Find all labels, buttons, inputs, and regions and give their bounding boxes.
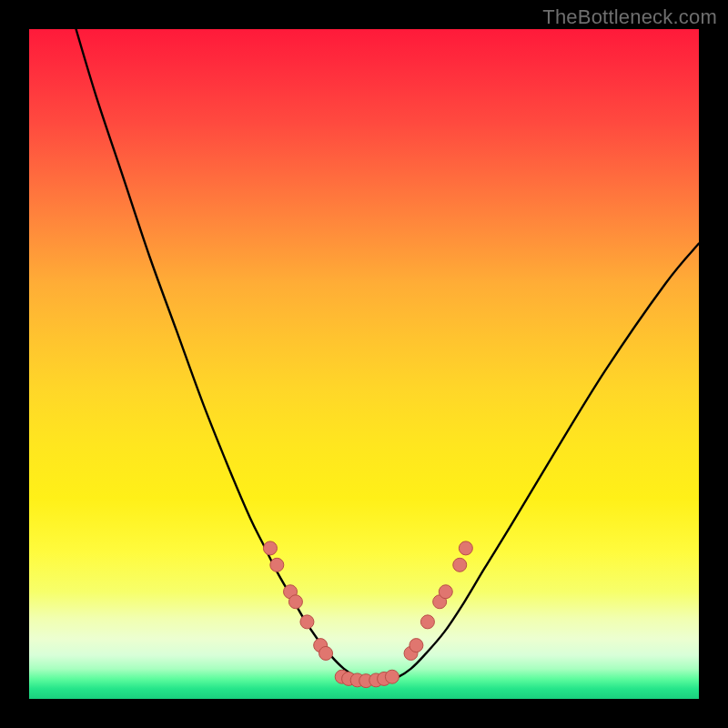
curve-layer — [29, 29, 699, 699]
curve-markers — [263, 541, 472, 688]
curve-marker — [288, 595, 302, 609]
plot-area — [29, 29, 699, 699]
curve-marker — [453, 558, 467, 571]
curve-marker — [300, 615, 314, 629]
curve-marker — [410, 639, 423, 652]
curve-marker — [439, 585, 452, 599]
chart-frame: TheBottleneck.com — [0, 0, 728, 728]
bottleneck-curve — [76, 29, 699, 682]
curve-marker — [459, 541, 472, 555]
curve-marker — [319, 646, 333, 660]
curve-marker — [385, 670, 399, 683]
curve-marker — [263, 541, 277, 555]
curve-marker — [420, 615, 434, 629]
watermark-text: TheBottleneck.com — [542, 5, 717, 29]
curve-marker — [270, 558, 284, 571]
